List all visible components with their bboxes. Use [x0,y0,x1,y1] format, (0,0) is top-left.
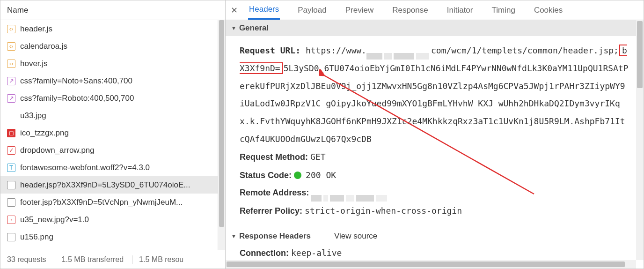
file-name: ico_tzzgx.png [20,128,69,138]
response-headers-section-header[interactable]: ▼ Response Headers View source [226,228,644,244]
file-item[interactable]: ▫u35_new.jpg?v=1.0 [0,211,225,228]
triangle-down-icon: ▼ [231,25,236,31]
referrer-policy-value: strict-origin-when-cross-origin [305,206,462,216]
tab-initiator[interactable]: Initiator [446,0,474,20]
doc-file-icon [7,181,15,189]
js-file-icon: ‹› [7,60,15,68]
red-file-icon: ◻ [7,129,15,137]
detail-tabs: ✕ HeadersPayloadPreviewResponseInitiator… [226,0,644,20]
file-item[interactable]: ‹›header.js [0,20,225,37]
network-file-list-panel: Name ‹›header.js‹›calendaroa.js‹›hover.j… [0,0,226,269]
connection-value: keep-alive [291,248,342,258]
close-icon[interactable]: ✕ [229,6,239,15]
request-method-label: Request Method: [240,152,308,162]
file-name: header.jsp?bX3Xf9nD=5L3ySD0_6TU074oioE..… [20,180,190,190]
blank-file-icon [7,233,15,241]
js-file-icon: ‹› [7,25,15,33]
request-url-label: Request URL: [240,45,300,55]
request-detail-panel: ✕ HeadersPayloadPreviewResponseInitiator… [226,0,644,269]
connection-label: Connection: [240,248,289,258]
referrer-policy-label: Referrer Policy: [240,206,302,216]
url-sep: ; [614,45,619,55]
view-source-link[interactable]: View source [334,232,377,241]
remote-address-row: Remote Address: [240,184,629,202]
general-title: General [239,23,269,33]
transferred-size: 1.5 MB transferred [55,255,124,264]
request-method-value: GET [310,152,326,162]
tab-payload[interactable]: Payload [297,0,327,20]
requests-count: 33 requests [7,255,46,264]
tab-preview[interactable]: Preview [344,0,374,20]
tab-cookies[interactable]: Cookies [533,0,564,20]
file-item[interactable]: header.jsp?bX3Xf9nD=5L3ySD0_6TU074oioE..… [0,176,225,194]
file-item[interactable]: Tfontawesome-webfont.woff2?v=4.3.0 [0,159,225,176]
font-file-icon: T [7,164,15,172]
file-item[interactable]: ↗css?family=Roboto:400,500,700 [0,90,225,107]
status-dot-icon [294,172,301,179]
right-scrollbar[interactable] [636,20,644,260]
detail-body: ▼ General Request URL: https://www.com/w… [226,20,644,269]
horizontal-scrollbar-thumb[interactable] [227,262,625,267]
left-scrollbar-thumb[interactable] [219,20,224,227]
doc-file-icon [7,198,15,207]
resources-size: 1.5 MB resou [132,255,183,264]
check-file-icon: ✓ [7,146,15,155]
file-name: header.js [20,24,52,34]
file-item[interactable]: footer.jsp?bX3Xf9nD=5tVcNpn_yNwmjJeuM... [0,194,225,211]
horizontal-scrollbar[interactable] [226,260,636,269]
css-file-icon: ↗ [7,94,15,103]
tab-response[interactable]: Response [391,0,429,20]
file-name: footer.jsp?bX3Xf9nD=5tVcNpn_yNwmjJeuM... [20,198,183,207]
file-name: dropdown_arrow.png [20,146,95,155]
file-name: u156.png [20,232,53,242]
right-scrollbar-thumb[interactable] [637,21,643,88]
connection-row: Connection: keep-alive [240,244,629,262]
url-param-value: 5L3ySD0_6TU074oioEbYjGmI0Ih1cN6iMdLF4PYw… [240,63,629,144]
url-mid: com/wcm/1/templets/common/header.jsp [431,45,614,55]
network-footer-summary: 33 requests 1.5 MB transferred 1.5 MB re… [0,250,225,269]
redacted-remote-address [311,189,389,198]
left-scrollbar[interactable] [218,20,225,250]
remote-address-label: Remote Address: [240,188,309,197]
file-name: fontawesome-webfont.woff2?v=4.3.0 [20,163,150,172]
redacted-host [366,47,431,55]
triangle-down-icon: ▼ [231,233,236,239]
tab-timing[interactable]: Timing [490,0,516,20]
status-code-row: Status Code: 200 OK [240,166,629,185]
status-code-value: 200 OK [306,170,336,180]
file-name: css?family=Noto+Sans:400,700 [20,76,132,86]
file-item[interactable]: ◻ico_tzzgx.png [0,124,225,142]
file-name: u33.jpg [20,111,46,120]
file-item[interactable]: —u33.jpg [0,107,225,124]
file-name: hover.js [20,59,48,68]
file-item[interactable]: ‹›hover.js [0,55,225,72]
file-item[interactable]: ‹›calendaroa.js [0,37,225,55]
general-section-content: Request URL: https://www.com/wcm/1/templ… [226,36,644,228]
thumb-file-icon: ▫ [7,216,15,224]
file-name: calendaroa.js [20,42,67,51]
file-item[interactable]: ↗css?family=Noto+Sans:400,700 [0,72,225,90]
request-url-row: Request URL: https://www.com/wcm/1/templ… [240,42,629,148]
css-file-icon: ↗ [7,77,15,85]
js-file-icon: ‹› [7,42,15,51]
url-prefix: https://www. [306,45,366,55]
file-list: ‹›header.js‹›calendaroa.js‹›hover.js↗css… [0,20,225,250]
file-name: css?family=Roboto:400,500,700 [20,94,134,103]
response-headers-title: Response Headers [239,232,311,241]
tab-headers[interactable]: Headers [248,0,280,20]
status-code-label: Status Code: [240,171,292,180]
file-name: u35_new.jpg?v=1.0 [20,215,89,224]
general-section-header[interactable]: ▼ General [226,20,644,36]
referrer-policy-row: Referrer Policy: strict-origin-when-cros… [240,202,629,220]
request-method-row: Request Method: GET [240,148,629,166]
file-item[interactable]: ✓dropdown_arrow.png [0,142,225,159]
dash-file-icon: — [7,112,15,120]
name-column-header[interactable]: Name [0,0,225,20]
file-item[interactable]: u156.png [0,228,225,246]
